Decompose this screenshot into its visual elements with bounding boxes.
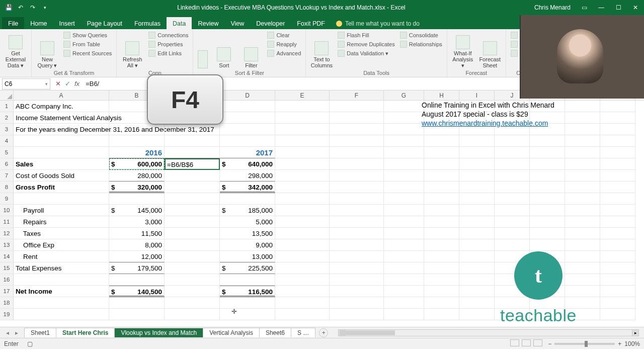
cell[interactable] [424, 182, 459, 193]
sort-az-button[interactable] [196, 30, 209, 69]
sheet-tab[interactable]: Sheet1 [24, 328, 56, 337]
page-break-view-icon[interactable] [533, 339, 542, 346]
cell[interactable]: 2017 [220, 147, 275, 158]
cell[interactable] [459, 147, 495, 158]
cell[interactable]: Sales [14, 158, 109, 170]
cell[interactable] [165, 297, 220, 309]
filter-button[interactable]: Filter [238, 30, 264, 69]
cell[interactable] [424, 274, 459, 286]
cell[interactable]: ABC Company Inc. [14, 101, 109, 112]
col-A[interactable]: A [14, 90, 109, 100]
cell[interactable]: Net Income [14, 286, 109, 297]
cell[interactable] [275, 170, 330, 182]
new-query-button[interactable]: New Query ▾ [35, 30, 60, 69]
tab-nav-first-icon[interactable]: ◂ [4, 329, 11, 336]
col-G[interactable]: G [384, 90, 424, 100]
cell[interactable] [530, 205, 565, 216]
zoom-in-icon[interactable]: + [618, 340, 621, 347]
cell[interactable] [275, 147, 330, 158]
cell[interactable] [330, 216, 384, 228]
forecast-sheet-button[interactable]: Forecast Sheet [477, 30, 503, 69]
get-external-data-button[interactable]: Get External Data ▾ [3, 30, 28, 69]
cell[interactable] [600, 135, 635, 147]
cell[interactable] [565, 170, 600, 182]
sheet-tab[interactable]: S … [291, 328, 315, 337]
cell[interactable] [275, 205, 330, 216]
cell[interactable] [384, 262, 424, 274]
cell[interactable] [275, 135, 330, 147]
cell[interactable] [600, 251, 635, 262]
connections-button[interactable]: Connections [147, 31, 190, 39]
cell[interactable] [220, 124, 275, 135]
cell[interactable] [530, 158, 565, 170]
cell[interactable] [330, 170, 384, 182]
row-header[interactable]: 11 [0, 216, 14, 228]
cell[interactable] [495, 193, 530, 205]
cell[interactable]: Total Expenses [14, 262, 109, 274]
row-header[interactable]: 14 [0, 251, 14, 262]
promo-link[interactable]: www.chrismenardtraining.teachable.com [422, 119, 548, 127]
cell[interactable] [220, 309, 275, 320]
cell[interactable]: 12,000 [109, 251, 165, 262]
cell[interactable] [165, 170, 220, 182]
row-header[interactable]: 8 [0, 182, 14, 193]
cell[interactable] [459, 135, 495, 147]
sheet-tab[interactable]: Sheet6 [259, 328, 291, 337]
cell[interactable] [14, 193, 109, 205]
cell[interactable] [424, 286, 459, 297]
sheet-tab[interactable]: Start Here Chris [56, 328, 115, 337]
cell[interactable] [109, 124, 165, 135]
cell[interactable] [384, 193, 424, 205]
col-F[interactable]: F [330, 90, 384, 100]
cell[interactable] [384, 112, 424, 124]
cell[interactable] [384, 182, 424, 193]
cell[interactable] [459, 205, 495, 216]
cell[interactable] [109, 274, 165, 286]
cell[interactable] [330, 228, 384, 239]
cell[interactable] [275, 101, 330, 112]
confirm-entry-icon[interactable]: ✓ [65, 80, 70, 87]
cell[interactable] [330, 112, 384, 124]
customize-qat-icon[interactable]: ▾ [40, 3, 49, 12]
cell[interactable] [565, 147, 600, 158]
cell[interactable]: $179,500 [109, 262, 165, 274]
cell[interactable] [424, 239, 459, 251]
cell[interactable] [459, 193, 495, 205]
cell[interactable] [495, 205, 530, 216]
cell[interactable] [330, 193, 384, 205]
sort-button[interactable]: Sort [211, 30, 236, 69]
cell[interactable] [565, 216, 600, 228]
row-header[interactable]: 13 [0, 239, 14, 251]
cell[interactable] [424, 193, 459, 205]
cell[interactable]: $116,500 [220, 286, 275, 297]
cell[interactable] [14, 135, 109, 147]
cell[interactable] [275, 158, 330, 170]
cell[interactable] [14, 297, 109, 309]
account-name[interactable]: Chris Menard [529, 4, 576, 11]
cell[interactable] [600, 262, 635, 274]
cell[interactable]: 9,000 [220, 239, 275, 251]
cell[interactable] [165, 286, 220, 297]
consolidate-button[interactable]: Consolidate [398, 31, 444, 39]
cell[interactable] [165, 274, 220, 286]
cell[interactable] [165, 182, 220, 193]
cell[interactable] [165, 216, 220, 228]
cell[interactable] [384, 286, 424, 297]
cell[interactable] [495, 170, 530, 182]
cell[interactable] [330, 124, 384, 135]
cell[interactable] [384, 297, 424, 309]
cell[interactable] [109, 193, 165, 205]
cell[interactable] [459, 228, 495, 239]
macro-record-icon[interactable]: ▢ [27, 340, 33, 347]
cell[interactable] [424, 135, 459, 147]
cell[interactable] [220, 193, 275, 205]
col-D[interactable]: D [220, 90, 275, 100]
select-all-corner[interactable] [0, 90, 14, 100]
cell[interactable] [220, 274, 275, 286]
row-header[interactable]: 7 [0, 170, 14, 182]
tab-insert[interactable]: Insert [53, 17, 81, 29]
cell[interactable]: For the years ending December 31, 2016 a… [14, 124, 109, 135]
remove-duplicates-button[interactable]: Remove Duplicates [336, 40, 396, 48]
cell[interactable] [275, 182, 330, 193]
cell[interactable] [384, 147, 424, 158]
